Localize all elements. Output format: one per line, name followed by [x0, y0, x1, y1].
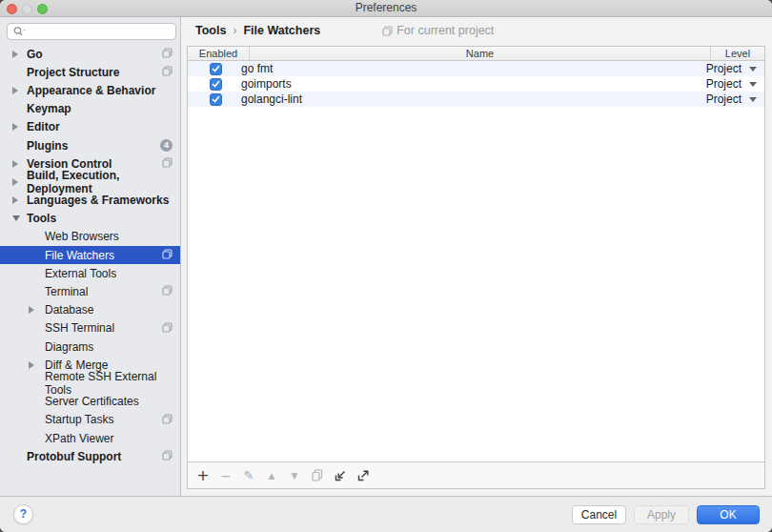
breadcrumb-separator: › — [233, 24, 236, 37]
chevron-right-icon[interactable] — [12, 51, 18, 58]
project-scope-icon — [162, 450, 173, 460]
project-scope-icon — [162, 414, 173, 424]
sidebar-item-xpath-viewer[interactable]: XPath Viewer — [0, 429, 180, 447]
project-scope-icon — [162, 322, 173, 333]
settings-content-panel: Tools › File Watchers For current projec… — [181, 17, 772, 496]
enabled-checkbox[interactable] — [210, 63, 222, 75]
dropdown-arrow-icon — [749, 82, 757, 87]
zoom-window-button[interactable] — [37, 4, 48, 14]
chevron-down-icon[interactable] — [12, 215, 20, 221]
help-button[interactable]: ? — [13, 504, 33, 524]
breadcrumb-tools[interactable]: Tools — [195, 24, 226, 37]
sidebar-item-database[interactable]: Database — [0, 301, 180, 319]
project-scope-icon — [382, 26, 393, 36]
sidebar-item-remote-ssh-external-tools[interactable]: Remote SSH External Tools — [0, 374, 180, 392]
footer-buttons: Cancel Apply OK — [572, 505, 760, 524]
sidebar-item-build-execution-deployment[interactable]: Build, Execution, Deployment — [0, 173, 180, 191]
move-down-button[interactable]: ▼ — [288, 468, 301, 483]
search-icon — [12, 26, 28, 37]
settings-search-input[interactable] — [7, 23, 176, 40]
apply-button[interactable]: Apply — [634, 505, 689, 524]
preferences-window: Preferences Go Project Structure — [0, 0, 772, 532]
sidebar-item-editor[interactable]: Editor — [0, 118, 180, 136]
column-header-enabled: Enabled — [188, 47, 250, 60]
titlebar: Preferences — [0, 0, 772, 17]
export-watchers-button[interactable] — [356, 468, 370, 483]
chevron-right-icon[interactable] — [29, 306, 34, 314]
breadcrumb: Tools › File Watchers For current projec… — [195, 24, 494, 37]
sidebar-item-go[interactable]: Go — [0, 45, 180, 63]
plugins-update-badge: 4 — [160, 139, 173, 152]
cancel-button[interactable]: Cancel — [572, 505, 626, 524]
dropdown-arrow-icon — [749, 97, 757, 102]
chevron-right-icon[interactable] — [12, 87, 18, 94]
add-watcher-button[interactable]: + — [196, 468, 210, 483]
move-up-button[interactable]: ▲ — [265, 468, 278, 483]
sidebar-item-keymap[interactable]: Keymap — [0, 100, 180, 118]
watcher-name: go fmt — [241, 62, 273, 75]
table-row[interactable]: go fmt Project — [188, 61, 764, 76]
chevron-right-icon[interactable] — [12, 178, 18, 186]
chevron-right-icon[interactable] — [29, 361, 34, 369]
window-title: Preferences — [0, 0, 772, 16]
table-row[interactable]: golangci-lint Project — [188, 92, 764, 107]
project-scope-icon — [162, 249, 173, 259]
chevron-right-icon[interactable] — [12, 196, 18, 204]
chevron-right-icon[interactable] — [12, 160, 18, 168]
sidebar-item-diagrams[interactable]: Diagrams — [0, 338, 180, 356]
sidebar-item-ssh-terminal[interactable]: SSH Terminal — [0, 319, 180, 338]
sidebar-item-appearance-behavior[interactable]: Appearance & Behavior — [0, 81, 180, 99]
table-empty-area — [188, 107, 764, 461]
watcher-name: golangci-lint — [241, 92, 302, 106]
table-toolbar: + − ✎ ▲ ▼ — [188, 461, 764, 488]
sidebar-item-languages-frameworks[interactable]: Languages & Frameworks — [0, 192, 180, 210]
settings-sidebar: Go Project Structure Appearance & Behavi… — [0, 17, 181, 496]
sidebar-item-protobuf-support[interactable]: Protobuf Support — [0, 447, 180, 465]
project-scope-icon — [162, 48, 173, 58]
chevron-right-icon[interactable] — [12, 123, 18, 131]
column-header-name: Name — [250, 47, 710, 60]
traffic-lights — [7, 4, 48, 14]
scope-note-label: For current project — [396, 24, 494, 37]
table-header: Enabled Name Level — [188, 47, 764, 61]
project-scope-icon — [162, 285, 173, 296]
sidebar-item-server-certificates[interactable]: Server Certificates — [0, 393, 180, 411]
dropdown-arrow-icon — [749, 67, 757, 72]
watcher-name: goimports — [241, 77, 292, 91]
scope-note: For current project — [382, 24, 494, 37]
sidebar-item-external-tools[interactable]: External Tools — [0, 264, 180, 282]
ok-button[interactable]: OK — [697, 505, 760, 524]
duplicate-watcher-button[interactable] — [311, 468, 324, 483]
project-scope-icon — [162, 157, 173, 168]
minimize-window-button[interactable] — [22, 4, 32, 14]
enabled-checkbox[interactable] — [210, 93, 222, 106]
remove-watcher-button[interactable]: − — [219, 468, 233, 483]
settings-tree: Go Project Structure Appearance & Behavi… — [0, 45, 180, 465]
import-watchers-button[interactable] — [334, 468, 347, 483]
breadcrumb-file-watchers: File Watchers — [243, 24, 320, 37]
sidebar-item-plugins[interactable]: Plugins 4 — [0, 136, 180, 154]
table-row[interactable]: goimports Project — [188, 76, 764, 92]
dialog-footer: ? Cancel Apply OK — [0, 496, 772, 532]
edit-watcher-button[interactable]: ✎ — [242, 468, 255, 483]
level-dropdown[interactable]: Project — [706, 92, 757, 106]
close-window-button[interactable] — [7, 4, 17, 14]
sidebar-item-project-structure[interactable]: Project Structure — [0, 63, 180, 81]
enabled-checkbox[interactable] — [210, 78, 222, 91]
sidebar-item-web-browsers[interactable]: Web Browsers — [0, 228, 180, 246]
file-watchers-table: Enabled Name Level go fmt Project goimpo… — [187, 46, 765, 489]
level-dropdown[interactable]: Project — [706, 77, 757, 91]
project-scope-icon — [162, 66, 173, 76]
sidebar-item-file-watchers[interactable]: File Watchers — [0, 246, 180, 264]
sidebar-item-tools[interactable]: Tools — [0, 210, 180, 228]
level-dropdown[interactable]: Project — [706, 62, 757, 75]
sidebar-item-terminal[interactable]: Terminal — [0, 282, 180, 300]
sidebar-item-startup-tasks[interactable]: Startup Tasks — [0, 411, 180, 429]
column-header-level: Level — [710, 47, 764, 60]
